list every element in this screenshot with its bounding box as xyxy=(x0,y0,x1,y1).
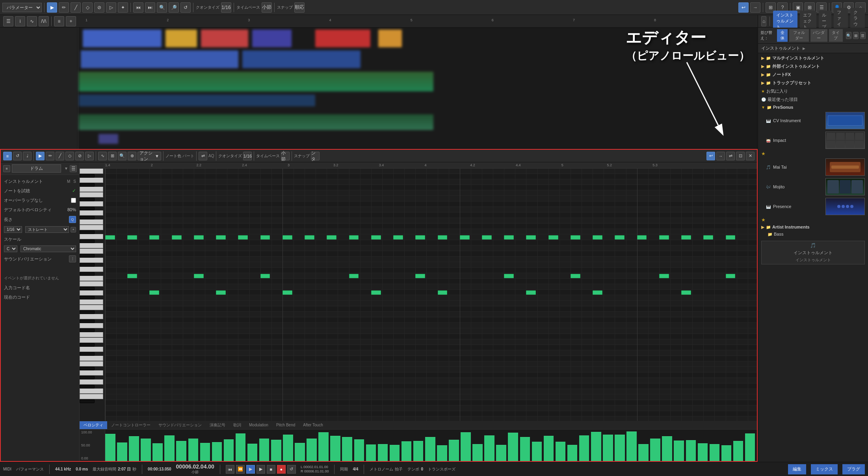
scale-type-dropdown[interactable]: Chromatic xyxy=(20,245,76,252)
rp-more-btn[interactable]: ☰ xyxy=(860,32,866,39)
instrument-section-header[interactable]: インストゥルメント ▶ xyxy=(758,44,868,53)
rp-home-btn[interactable]: ⌂ xyxy=(761,16,766,26)
song-menu-btn[interactable]: ☰ xyxy=(3,16,13,26)
pr-mode-btn3[interactable]: ♩ xyxy=(23,152,32,160)
tree-presence[interactable]: 🎹 Presence xyxy=(758,197,868,216)
loop-transport-btn[interactable]: ↺ xyxy=(287,465,296,474)
split-tool-btn[interactable]: ✦ xyxy=(118,2,128,13)
pr-mode-btn1[interactable]: ≡ xyxy=(3,152,12,160)
param-dropdown[interactable]: パラメーター xyxy=(2,3,42,12)
snap-btn[interactable]: 順応 xyxy=(294,2,305,13)
pr-zoom2-btn[interactable]: ⊕ xyxy=(128,152,136,160)
presence-star[interactable]: ★ xyxy=(761,217,766,223)
pr-loop2-btn[interactable]: → xyxy=(716,152,725,160)
tree-mai-tai[interactable]: 🎵 Mai Tai xyxy=(758,157,868,177)
quant-value-btn[interactable]: 1/16 xyxy=(221,2,231,13)
mute-tool-btn[interactable]: ⊘ xyxy=(94,2,104,13)
tree-track-presets[interactable]: ▶ 📁 トラックプリセット xyxy=(758,79,868,87)
stop-btn[interactable]: ■ xyxy=(267,465,275,474)
tree-presonus[interactable]: ▼ 📁 PreSonus xyxy=(758,104,868,111)
pr-track-icon[interactable]: ≡ xyxy=(3,165,10,172)
length-extra-btn[interactable]: + xyxy=(71,227,76,232)
song-wave-btn[interactable]: /\/\ xyxy=(39,16,49,26)
plugin-status-btn[interactable]: プラグ xyxy=(842,464,865,474)
tree-mojito[interactable]: 🎶 Mojito xyxy=(758,177,868,197)
impact-star[interactable]: ★ xyxy=(761,151,766,156)
pr-eraser-btn[interactable]: ◇ xyxy=(65,152,74,160)
song-filter-btn[interactable]: ∿ xyxy=(27,16,37,26)
pr-quant-btn[interactable]: 1/16 xyxy=(243,152,252,160)
draw-tool-btn[interactable]: ✏ xyxy=(59,2,69,13)
edit-btn[interactable]: 編集 xyxy=(788,464,806,474)
pr-loop-btn[interactable]: ↩ xyxy=(706,152,715,160)
no-overlap-check[interactable] xyxy=(71,198,76,203)
undo-tool-btn[interactable]: ↺ xyxy=(180,2,191,13)
tree-artist[interactable]: ▶ 📁 Artist Instruments xyxy=(758,223,868,231)
straight-dropdown[interactable]: ストレート xyxy=(25,226,69,233)
note-audition-check[interactable]: ✓ xyxy=(72,188,76,193)
pr-snap-btn[interactable]: クオンタイズ xyxy=(311,152,320,160)
ctrl-tab-note[interactable]: ノートコントローラー xyxy=(107,421,154,429)
pr-mute-btn[interactable]: ⊘ xyxy=(75,152,84,160)
record-btn[interactable]: ● xyxy=(277,465,286,474)
zoom2-tool-btn[interactable]: 🔎 xyxy=(169,2,179,13)
select-tool-btn[interactable]: ▶ xyxy=(47,2,57,13)
play-btn[interactable]: ▶ xyxy=(246,465,255,474)
ctrl-tab-velocity[interactable]: ベロシティ xyxy=(80,421,107,429)
pr-grid-btn[interactable]: ⊞ xyxy=(108,152,117,160)
pr-mode-btn2[interactable]: ↺ xyxy=(13,152,22,160)
sort-vendor-btn[interactable]: バンダー xyxy=(810,29,827,42)
pr-track-menu-btn[interactable]: ☰ xyxy=(70,165,77,172)
zoom-tool-btn[interactable]: 🔍 xyxy=(157,2,167,13)
pr-eq-btn[interactable]: ⇌ xyxy=(199,152,207,160)
tree-bass[interactable]: 📁 Bass xyxy=(758,231,868,238)
ctrl-tab-perf[interactable]: 演奏記号 xyxy=(206,421,229,429)
pr-listen-btn[interactable]: ▷ xyxy=(85,152,94,160)
loop2-btn[interactable]: → xyxy=(750,2,760,13)
length-q-btn[interactable]: Q xyxy=(69,216,76,223)
length-dropdown[interactable]: 1/16 xyxy=(4,226,22,233)
song-add-btn[interactable]: i xyxy=(15,16,25,26)
ctrl-tab-mod[interactable]: Modulation xyxy=(245,422,272,428)
pr-line-btn[interactable]: ╱ xyxy=(56,152,64,160)
tree-cv-instrument[interactable]: 🎹 CV Instrument xyxy=(758,111,868,130)
forward-tool-btn[interactable]: ⏭ xyxy=(145,2,155,13)
pr-fullscreen-btn[interactable]: ⊡ xyxy=(736,152,745,160)
play2-btn[interactable]: ▶ xyxy=(256,465,265,474)
rp-search-btn[interactable]: 🔍 xyxy=(846,32,851,39)
sound-var-btn[interactable]: ⋮ xyxy=(69,255,76,262)
tree-multi-instrument[interactable]: ▶ 📁 マルチインストゥルメント xyxy=(758,54,868,62)
pr-pencil-btn[interactable]: ✏ xyxy=(46,152,54,160)
sort-folder-btn[interactable]: フォルダー xyxy=(789,29,809,42)
m-btn[interactable]: M xyxy=(67,179,70,184)
song-list-btn[interactable]: ≡ xyxy=(54,16,64,26)
pr-timebase-btn[interactable]: 小節 xyxy=(281,152,290,160)
s-btn[interactable]: S xyxy=(73,179,76,184)
tree-impact[interactable]: 🥁 Impact xyxy=(758,130,868,150)
pr-close-btn[interactable]: ✕ xyxy=(746,152,755,160)
rewind-tool-btn[interactable]: ⏮ xyxy=(133,2,143,13)
ctrl-tab-sound[interactable]: サウンドバリエーション xyxy=(154,421,206,429)
song-add2-btn[interactable]: + xyxy=(66,16,76,26)
pr-zoom-btn[interactable]: 🔍 xyxy=(118,152,126,160)
timebase-btn[interactable]: 小節 xyxy=(262,2,272,13)
sort-type-btn[interactable]: タイプ xyxy=(829,29,843,42)
tree-external-instrument[interactable]: ▶ 📁 外部インストゥルメント xyxy=(758,62,868,71)
scale-key-dropdown[interactable]: C xyxy=(4,245,17,252)
pr-curve-btn[interactable]: ∿ xyxy=(98,152,107,160)
loop-btn[interactable]: ↩ xyxy=(738,2,749,13)
mix-btn[interactable]: ミックス xyxy=(811,464,838,474)
ctrl-tab-lyrics[interactable]: 歌詞 xyxy=(229,421,245,429)
prev-btn[interactable]: ⏪ xyxy=(236,465,245,474)
sort-all-btn[interactable]: 全体 xyxy=(777,29,788,42)
ctrl-tab-after[interactable]: After Touch xyxy=(299,422,327,428)
tree-favorites[interactable]: ★ お気に入り xyxy=(758,87,868,95)
tree-recent[interactable]: 🕐 最近使った項目 xyxy=(758,95,868,104)
action-btn[interactable]: アクション ▼ xyxy=(138,152,161,160)
rewind-btn[interactable]: ⏮ xyxy=(226,465,234,474)
rp-view-btn[interactable]: ⊞ xyxy=(853,32,859,39)
pr-select-btn[interactable]: ▶ xyxy=(36,152,45,160)
erase-tool-btn[interactable]: ◇ xyxy=(82,2,93,13)
track-name-btn[interactable]: ドラム xyxy=(12,164,61,173)
listen-tool-btn[interactable]: ▷ xyxy=(106,2,116,13)
